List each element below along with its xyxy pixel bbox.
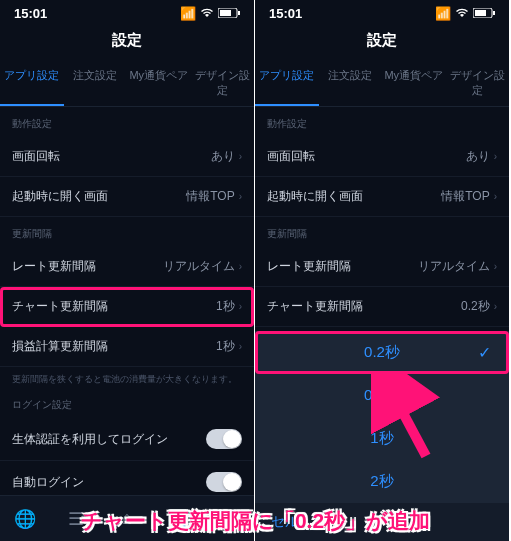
row-value: リアルタイム [163,258,235,275]
chevron-right-icon: › [494,261,497,272]
row-label: レート更新間隔 [267,258,351,275]
battery-icon [218,6,240,21]
row-rotation[interactable]: 画面回転 あり› [0,137,254,177]
section-login: ログイン設定 [0,388,254,418]
picker-option-label: 0.2秒 [364,343,400,362]
row-label: 起動時に開く画面 [12,188,108,205]
row-chart-refresh[interactable]: チャート更新間隔 0.2秒› [255,287,509,327]
row-label: 起動時に開く画面 [267,188,363,205]
phone-left: 15:01 📶 設定 アプリ設定 注文設定 My通貨ペア デザイン設定 動作設定… [0,0,254,541]
row-rate-refresh[interactable]: レート更新間隔 リアルタイム› [255,247,509,287]
status-icons: 📶 [180,6,240,21]
chevron-right-icon: › [239,341,242,352]
status-bar: 15:01 📶 [255,0,509,23]
row-rate-refresh[interactable]: レート更新間隔 リアルタイム› [0,247,254,287]
svg-rect-2 [238,11,240,15]
row-label: チャート更新間隔 [12,298,108,315]
toggle-biometric[interactable] [206,429,242,449]
section-refresh: 更新間隔 [255,217,509,247]
phone-right: 15:01 📶 設定 アプリ設定 注文設定 My通貨ペア デザイン設定 動作設定… [255,0,509,541]
toggle-autologin[interactable] [206,472,242,492]
status-time: 15:01 [14,6,47,21]
tab-app[interactable]: アプリ設定 [255,60,319,106]
row-value: リアルタイム [418,258,490,275]
picker-option-0.5s[interactable]: 0.5秒 [255,374,509,417]
row-label: 自動ログイン [12,474,84,491]
wifi-icon [200,6,214,21]
signal-icon: 📶 [435,6,451,21]
picker-option-1s[interactable]: 1秒 [255,417,509,460]
svg-rect-5 [493,11,495,15]
signal-icon: 📶 [180,6,196,21]
row-label: 画面回転 [12,148,60,165]
row-label: 生体認証を利用してログイン [12,431,168,448]
tab-app[interactable]: アプリ設定 [0,60,64,106]
chevron-right-icon: › [494,151,497,162]
chevron-right-icon: › [239,261,242,272]
section-behavior: 動作設定 [0,107,254,137]
page-title: 設定 [255,23,509,60]
row-pl-refresh[interactable]: 損益計算更新間隔 1秒› [0,327,254,367]
chevron-right-icon: › [494,301,497,312]
row-value: あり [466,148,490,165]
row-value: 情報TOP [441,188,489,205]
row-startup[interactable]: 起動時に開く画面 情報TOP› [0,177,254,217]
tab-design[interactable]: デザイン設定 [446,60,510,106]
tab-order[interactable]: 注文設定 [64,60,128,106]
check-icon: ✓ [478,343,491,362]
chevron-right-icon: › [239,151,242,162]
row-value: 0.2秒 [461,298,490,315]
page-title: 設定 [0,23,254,60]
row-value: 情報TOP [186,188,234,205]
tab-pairs[interactable]: My通貨ペア [382,60,446,106]
row-rotation[interactable]: 画面回転 あり› [255,137,509,177]
row-label: 画面回転 [267,148,315,165]
battery-icon [473,6,495,21]
row-label: レート更新間隔 [12,258,96,275]
section-refresh: 更新間隔 [0,217,254,247]
wifi-icon [455,6,469,21]
row-value: 1秒 [216,298,235,315]
svg-rect-4 [475,10,486,16]
chevron-right-icon: › [239,301,242,312]
tab-pairs[interactable]: My通貨ペア [127,60,191,106]
row-label: 損益計算更新間隔 [12,338,108,355]
row-value: あり [211,148,235,165]
row-value: 1秒 [216,338,235,355]
tab-order[interactable]: 注文設定 [319,60,383,106]
tab-design[interactable]: デザイン設定 [191,60,255,106]
section-behavior: 動作設定 [255,107,509,137]
hint-refresh: 更新間隔を狭くすると電池の消費量が大きくなります。 [0,367,254,388]
chevron-right-icon: › [239,191,242,202]
picker-option-2s[interactable]: 2秒 [255,460,509,503]
row-startup[interactable]: 起動時に開く画面 情報TOP› [255,177,509,217]
chevron-right-icon: › [494,191,497,202]
status-time: 15:01 [269,6,302,21]
tabs: アプリ設定 注文設定 My通貨ペア デザイン設定 [0,60,254,107]
row-biometric[interactable]: 生体認証を利用してログイン [0,418,254,461]
tabs: アプリ設定 注文設定 My通貨ペア デザイン設定 [255,60,509,107]
status-icons: 📶 [435,6,495,21]
status-bar: 15:01 📶 [0,0,254,23]
svg-rect-1 [220,10,231,16]
picker-option-0.2s[interactable]: 0.2秒 ✓ [255,331,509,374]
row-label: チャート更新間隔 [267,298,363,315]
annotation-caption: チャート更新間隔に「0.2秒」が追加 [0,507,511,535]
row-chart-refresh[interactable]: チャート更新間隔 1秒› [0,287,254,327]
